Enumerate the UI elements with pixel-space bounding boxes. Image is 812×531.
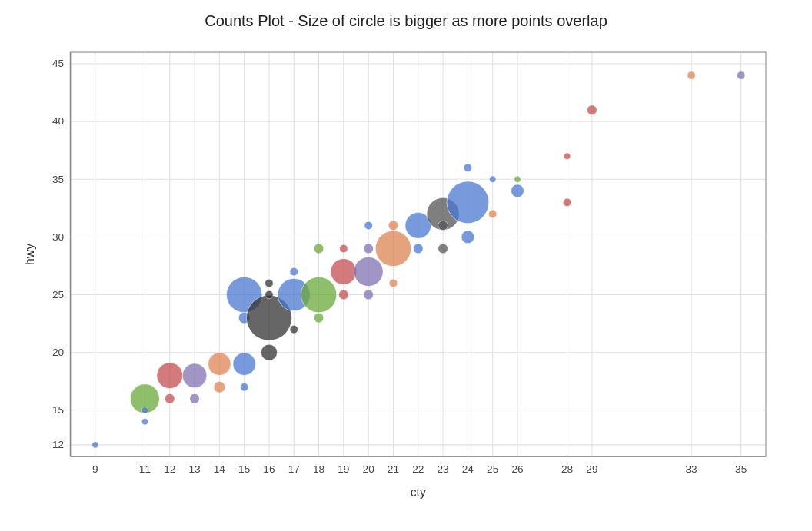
- svg-point-73: [233, 352, 255, 374]
- svg-point-88: [340, 244, 348, 253]
- svg-point-106: [511, 184, 524, 197]
- svg-point-94: [388, 221, 398, 231]
- svg-point-109: [563, 198, 571, 207]
- svg-point-83: [301, 277, 336, 312]
- svg-point-102: [461, 231, 474, 244]
- chart-container: Counts Plot - Size of circle is bigger a…: [22, 12, 790, 519]
- svg-point-67: [165, 393, 175, 403]
- svg-point-91: [364, 290, 374, 300]
- svg-point-111: [687, 71, 696, 79]
- svg-point-87: [339, 290, 349, 300]
- svg-text:12: 12: [52, 439, 64, 450]
- svg-text:cty: cty: [411, 486, 426, 499]
- svg-point-84: [314, 244, 324, 254]
- svg-point-86: [331, 258, 357, 284]
- svg-text:35: 35: [52, 173, 65, 184]
- svg-point-107: [514, 176, 521, 182]
- svg-text:16: 16: [263, 463, 275, 474]
- svg-text:24: 24: [462, 463, 474, 474]
- svg-text:18: 18: [313, 463, 324, 474]
- chart-area: 1215202530354045911121314151617181920212…: [22, 36, 790, 505]
- svg-point-82: [290, 325, 298, 334]
- svg-point-65: [141, 418, 148, 424]
- svg-point-103: [464, 164, 472, 172]
- svg-point-95: [389, 279, 398, 287]
- svg-point-79: [261, 344, 277, 360]
- svg-text:33: 33: [686, 463, 697, 474]
- svg-point-110: [587, 105, 597, 114]
- svg-text:11: 11: [139, 463, 151, 474]
- svg-text:35: 35: [735, 463, 747, 474]
- svg-point-93: [375, 231, 411, 266]
- svg-point-85: [314, 313, 324, 323]
- svg-text:9: 9: [92, 463, 98, 474]
- svg-point-64: [141, 407, 148, 413]
- svg-text:15: 15: [52, 404, 65, 416]
- svg-text:25: 25: [487, 463, 499, 474]
- svg-point-90: [364, 244, 374, 254]
- svg-point-97: [413, 244, 423, 254]
- svg-point-108: [564, 153, 570, 159]
- svg-text:17: 17: [288, 463, 300, 474]
- svg-point-78: [265, 290, 274, 299]
- svg-point-100: [438, 244, 448, 254]
- svg-text:26: 26: [511, 463, 523, 474]
- svg-point-92: [364, 221, 373, 230]
- chart-title: Counts Plot - Size of circle is bigger a…: [22, 12, 790, 30]
- svg-point-68: [182, 363, 207, 387]
- chart-svg: 1215202530354045911121314151617181920212…: [22, 36, 790, 505]
- svg-point-89: [354, 257, 383, 286]
- svg-point-66: [157, 362, 183, 388]
- svg-point-99: [438, 221, 448, 231]
- svg-text:hwy: hwy: [23, 243, 36, 264]
- svg-point-70: [208, 352, 231, 374]
- svg-text:15: 15: [238, 463, 251, 474]
- svg-point-105: [489, 176, 495, 182]
- svg-point-69: [190, 393, 200, 403]
- svg-point-77: [265, 279, 274, 287]
- svg-point-81: [290, 267, 298, 276]
- svg-point-101: [447, 181, 489, 224]
- svg-point-62: [92, 441, 98, 447]
- svg-text:22: 22: [412, 463, 424, 474]
- svg-text:29: 29: [586, 463, 597, 474]
- svg-text:23: 23: [437, 463, 448, 474]
- svg-point-75: [240, 383, 248, 391]
- svg-point-112: [737, 71, 745, 79]
- svg-text:30: 30: [52, 231, 65, 242]
- svg-text:13: 13: [188, 463, 200, 474]
- svg-text:20: 20: [363, 463, 375, 474]
- svg-text:14: 14: [214, 463, 226, 474]
- svg-text:25: 25: [52, 288, 65, 300]
- svg-text:45: 45: [52, 58, 65, 69]
- svg-point-104: [488, 210, 497, 218]
- svg-point-71: [214, 381, 225, 393]
- svg-text:28: 28: [561, 463, 573, 474]
- svg-text:21: 21: [388, 463, 399, 474]
- svg-text:12: 12: [164, 463, 175, 474]
- svg-text:19: 19: [338, 463, 349, 474]
- svg-text:40: 40: [52, 115, 65, 127]
- svg-text:20: 20: [52, 346, 65, 357]
